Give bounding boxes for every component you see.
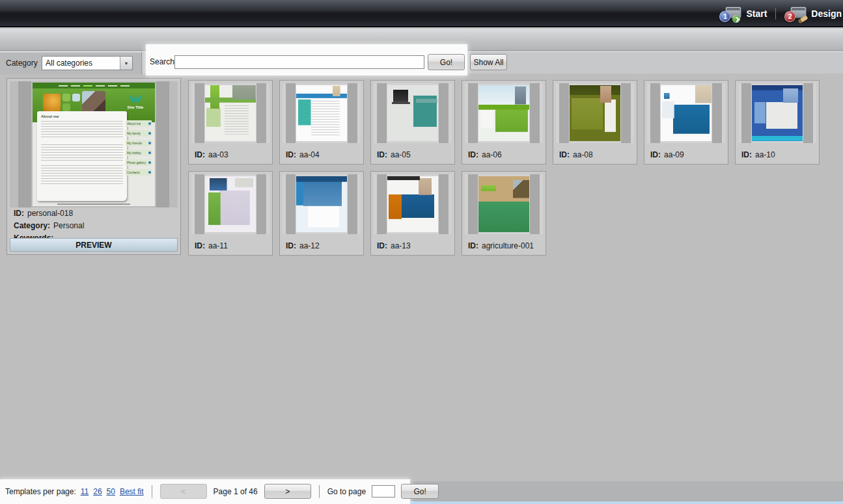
template-card[interactable]: ID:aa-11 <box>188 171 273 256</box>
goto-page-go-button[interactable]: Go! <box>401 484 439 499</box>
per-page-option-50[interactable]: 50 <box>107 487 115 496</box>
nav-divider <box>775 8 776 20</box>
search-go-button[interactable]: Go! <box>428 54 465 70</box>
template-id: ID:aa-05 <box>371 146 454 164</box>
search-controls: Search Go! Show All <box>0 51 843 73</box>
template-picker-app: hub 1 Start 2 Design Save Changes ▶ Sele… <box>0 0 843 504</box>
template-thumbnail <box>191 83 269 143</box>
preview-menu-item: My family <box>126 130 152 137</box>
template-card[interactable]: ID:aa-04 <box>279 80 364 165</box>
goto-page-input[interactable] <box>372 485 395 497</box>
featured-template-thumbnail: Site Title About me About meMy familyMy … <box>10 81 178 207</box>
template-id: ID:aa-10 <box>736 146 819 164</box>
nav-start-label: Start <box>746 8 767 19</box>
preview-nav-bar <box>33 83 155 88</box>
template-site-preview <box>296 85 347 141</box>
template-card[interactable]: ID:aa-13 <box>370 171 455 256</box>
search-label: Search <box>150 57 174 66</box>
template-id: ID:aa-13 <box>371 237 454 255</box>
show-all-button[interactable]: Show All <box>470 54 507 70</box>
template-site-preview <box>570 85 620 141</box>
per-page-label: Templates per page: <box>5 487 76 496</box>
template-id: ID:aa-12 <box>280 237 363 255</box>
window-with-1-badge-icon: 1 <box>719 6 741 22</box>
green-arrow-icon <box>732 15 740 23</box>
template-site-preview <box>387 176 438 232</box>
template-card[interactable]: ID:aa-08 <box>553 80 637 165</box>
template-thumbnail <box>283 174 361 234</box>
template-id: ID:aa-09 <box>644 146 728 164</box>
preview-menu-item: My hobby <box>126 150 152 156</box>
preview-menu-item: Photo gallery <box>126 159 152 166</box>
template-thumbnail <box>465 174 543 234</box>
orange-swirl-tile <box>43 94 61 111</box>
pagination-divider <box>152 485 152 498</box>
prev-page-button[interactable]: < <box>160 484 207 499</box>
per-page-options: 112650Best fit <box>76 487 144 496</box>
template-id: ID:aa-04 <box>280 146 363 164</box>
nav-design-label: Design <box>811 8 842 19</box>
preview-button[interactable]: PREVIEW <box>10 238 178 252</box>
template-grid: ID:aa-03ID:aa-04ID:aa-05ID:aa-06ID:aa-08… <box>188 80 830 256</box>
featured-site-preview: Site Title About me About meMy familyMy … <box>33 83 155 206</box>
step-1-badge: 1 <box>719 11 730 22</box>
template-thumbnail <box>738 83 816 143</box>
preview-menu-item: About me <box>126 120 152 127</box>
preview-text-lines <box>41 121 123 186</box>
template-site-preview <box>205 85 256 141</box>
template-card[interactable]: ID:aa-06 <box>462 80 546 165</box>
featured-id-value: personal-018 <box>27 209 73 218</box>
page-indicator: Page 1 of 46 <box>214 487 258 496</box>
preview-menu-item: Contacts <box>126 169 152 176</box>
featured-id-label: ID: <box>14 209 24 218</box>
preview-menu-item: My friends <box>126 140 152 146</box>
preview-content-sheet: About me <box>37 111 127 201</box>
top-navigation: 1 Start 2 Design <box>719 0 842 27</box>
template-card[interactable]: ID:aa-03 <box>188 80 273 165</box>
pagination-divider <box>319 485 320 498</box>
template-site-preview <box>387 85 438 141</box>
template-site-preview <box>205 176 256 232</box>
nav-item-design[interactable]: 2 Design <box>784 6 842 22</box>
per-page-option-best-fit[interactable]: Best fit <box>120 487 144 496</box>
template-id: ID:aa-11 <box>189 237 272 255</box>
step-2-badge: 2 <box>784 11 795 22</box>
search-input[interactable] <box>174 55 424 69</box>
template-id: ID:aa-06 <box>462 146 546 164</box>
template-id: ID:agriculture-001 <box>462 237 546 255</box>
template-site-preview <box>478 85 529 141</box>
template-thumbnail <box>647 83 725 143</box>
template-card[interactable]: ID:aa-10 <box>735 80 820 165</box>
preview-site-title: Site Title <box>121 105 150 109</box>
template-site-preview <box>296 176 347 232</box>
woman-photo-tile <box>82 91 105 113</box>
per-page-option-11[interactable]: 11 <box>81 487 89 496</box>
pagination-bar: Templates per page: 112650Best fit < Pag… <box>0 481 439 501</box>
template-site-preview <box>478 176 529 232</box>
template-thumbnail <box>191 174 269 234</box>
template-thumbnail <box>374 174 452 234</box>
paintbrush-with-2-badge-icon: 2 <box>784 6 807 22</box>
template-site-preview <box>661 85 712 141</box>
template-id: ID:aa-03 <box>189 146 272 164</box>
featured-template-card[interactable]: Site Title About me About meMy familyMy … <box>7 78 181 255</box>
template-card[interactable]: ID:agriculture-001 <box>462 171 546 256</box>
template-thumbnail <box>556 83 634 143</box>
preview-footer <box>57 204 131 205</box>
next-page-button[interactable]: > <box>264 484 311 499</box>
top-bar <box>0 0 843 27</box>
template-card[interactable]: ID:aa-12 <box>279 171 364 256</box>
nav-item-start[interactable]: 1 Start <box>719 6 767 22</box>
template-card[interactable]: ID:aa-09 <box>644 80 728 165</box>
featured-category-label: Category: <box>14 221 50 230</box>
preview-site-logo: Site Title <box>121 95 150 109</box>
template-thumbnail <box>465 83 543 143</box>
leaf-logo-icon <box>121 95 150 104</box>
template-id: ID:aa-08 <box>553 146 637 164</box>
template-site-preview <box>752 85 803 141</box>
template-card[interactable]: ID:aa-05 <box>370 80 455 165</box>
per-page-option-26[interactable]: 26 <box>93 487 102 496</box>
preview-sidebar-menu: About meMy familyMy friendsMy hobbyPhoto… <box>126 120 152 179</box>
preview-heading: About me <box>41 114 123 118</box>
template-thumbnail <box>374 83 452 143</box>
